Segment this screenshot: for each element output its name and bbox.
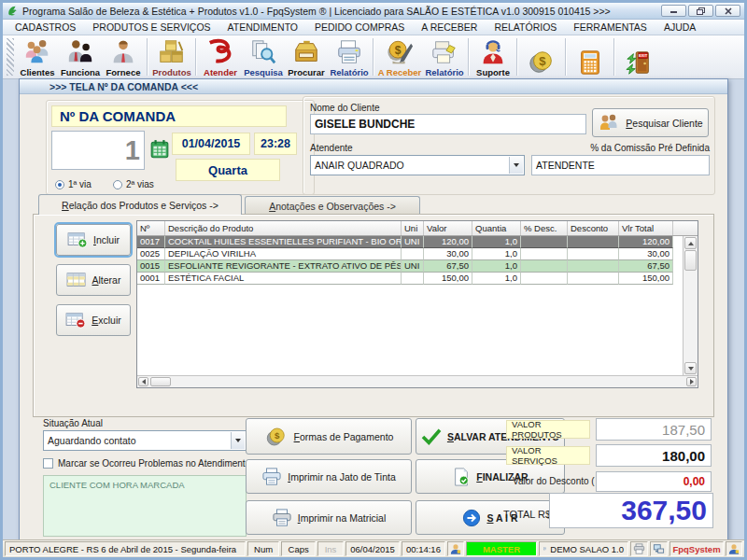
- toolbar-caixa-button[interactable]: $: [520, 35, 563, 78]
- toolbar-pesquisa-button[interactable]: Pesquisa: [242, 35, 285, 78]
- cell-total: 30,00: [619, 248, 673, 260]
- menu-item[interactable]: CADASTROS: [7, 21, 84, 33]
- close-button[interactable]: [715, 5, 740, 17]
- toolbar-areceber-button[interactable]: $ A Receber: [376, 35, 423, 78]
- cell-desc-pct: [521, 248, 568, 260]
- cell-desc-pct: [521, 260, 568, 273]
- alterar-button[interactable]: Alterar: [56, 264, 131, 296]
- cell-valor: 30,00: [424, 248, 472, 260]
- table-row[interactable]: 0001 ESTÉTICA FACIAL 150,00 1,0 150,00: [137, 273, 698, 285]
- situation-label: Situação Atual: [43, 418, 103, 428]
- notes-memo[interactable]: CLIENTE COM HORA MARCADA: [43, 475, 247, 537]
- menu-item[interactable]: FERRAMENTAS: [565, 21, 655, 33]
- comanda-number-field[interactable]: 1: [51, 131, 145, 170]
- minimize-button[interactable]: [661, 5, 686, 17]
- scroll-thumb[interactable]: [150, 377, 171, 386]
- services-total-label: VALOR SERVIÇOS: [506, 446, 590, 465]
- printer-icon: [630, 541, 648, 556]
- column-header[interactable]: Nº: [137, 221, 165, 235]
- toolbar-relatorio-button[interactable]: Relatório: [328, 35, 371, 78]
- column-header[interactable]: % Desc.: [521, 221, 568, 235]
- restore-button[interactable]: [688, 5, 713, 17]
- check-icon: [421, 428, 442, 445]
- print-matrix-button[interactable]: Imprimir na Matricial: [246, 500, 412, 535]
- menu-item[interactable]: ATENDIMENTO: [219, 21, 306, 33]
- toolbar-calculadora-button[interactable]: [569, 35, 612, 78]
- table-body: 0017 COCKTAIL HUILES ESSENTIELLES PURIFI…: [137, 236, 698, 285]
- cell-quantia: 1,0: [472, 236, 521, 248]
- menu-item[interactable]: AJUDA: [655, 21, 704, 33]
- cell-desc-pct: [521, 273, 568, 285]
- status-caps: Caps: [281, 541, 315, 556]
- column-header[interactable]: Desconto: [568, 221, 619, 235]
- scroll-right-icon[interactable]: [686, 377, 697, 386]
- problem-checkbox[interactable]: Marcar se Ocorreu Problemas no Atendimen…: [43, 458, 250, 469]
- toolbar-funcionarios-button[interactable]: Funciona: [59, 35, 102, 78]
- cell-uni: [402, 248, 424, 260]
- toolbar-suporte-button[interactable]: Suporte: [472, 35, 514, 78]
- via2-radio[interactable]: 2ª vias: [113, 179, 154, 189]
- products-total-label: VALOR PRODUTOS: [506, 420, 590, 439]
- cell-desc: ESFOLIANTE REVIGORANTE - EXTRATO ATIVO D…: [165, 260, 402, 273]
- via1-radio[interactable]: 1ª via: [55, 179, 92, 189]
- coin-icon: $: [527, 48, 557, 77]
- comanda-window-titlebar: >>> TELA Nº DA COMANDA <<<: [20, 79, 727, 94]
- menu-item[interactable]: PRODUTOS E SERVIÇOS: [84, 21, 218, 33]
- column-header[interactable]: Quantia: [472, 221, 521, 235]
- receivables-icon: $: [385, 37, 415, 67]
- toolbar-fornecedores-button[interactable]: Fornece: [102, 35, 145, 78]
- menu-item[interactable]: PEDIDO COMPRAS: [306, 21, 413, 33]
- cell-desconto: [568, 248, 619, 260]
- toolbar-procurar-button[interactable]: Procurar: [285, 35, 328, 78]
- calendar-icon[interactable]: [149, 139, 170, 163]
- cell-num: 0017: [137, 236, 165, 248]
- incluir-button[interactable]: Incluir: [56, 224, 131, 256]
- search-client-button[interactable]: Pesquisar Cliente: [592, 108, 709, 137]
- client-name-input[interactable]: GISELE BUNDCHE: [310, 114, 586, 134]
- status-brand: FpqSystem: [669, 541, 724, 556]
- toolbar-atender-button[interactable]: Atender: [199, 35, 242, 78]
- arrow-circle-icon: [462, 509, 481, 527]
- tab-anotacoes[interactable]: Anotações e Observações ->: [245, 196, 420, 215]
- table-row[interactable]: 0015 ESFOLIANTE REVIGORANTE - EXTRATO AT…: [137, 260, 698, 273]
- cell-total: 120,00: [619, 236, 673, 248]
- print-inkjet-button[interactable]: Imprimir na Jato de Tinta: [246, 459, 412, 494]
- excluir-button[interactable]: Excluir: [56, 304, 131, 336]
- column-header[interactable]: Descrição do Produto: [165, 221, 402, 235]
- table-row[interactable]: 0017 COCKTAIL HUILES ESSENTIELLES PURIFI…: [137, 236, 698, 248]
- horizontal-scrollbar[interactable]: [137, 375, 698, 387]
- cell-num: 0001: [137, 273, 165, 285]
- toolbar-separator: [613, 38, 615, 76]
- scroll-down-icon[interactable]: [684, 362, 697, 374]
- radio-icon: [55, 180, 64, 189]
- cell-num: 0015: [137, 260, 165, 273]
- column-header[interactable]: Vlr Total: [619, 221, 673, 235]
- status-num: Num: [247, 541, 280, 556]
- table-row[interactable]: 0025 DEPILAÇÃO VIRILHA 30,00 1,0 30,00: [137, 248, 698, 260]
- cell-desconto: [568, 273, 619, 285]
- payment-button[interactable]: $ Formas de Pagamento: [246, 418, 412, 455]
- toolbar: Clientes Funciona Fornece Produtos Atend…: [3, 35, 744, 79]
- vertical-scrollbar[interactable]: [683, 236, 698, 375]
- column-header[interactable]: Valor: [424, 221, 472, 235]
- toolbar-produtos-button[interactable]: Produtos: [150, 35, 193, 78]
- cell-desconto: [568, 260, 619, 273]
- toolbar-clientes-button[interactable]: Clientes: [16, 35, 59, 78]
- scroll-up-icon[interactable]: [684, 237, 697, 249]
- discount-value: 0,00: [596, 471, 712, 492]
- scroll-left-icon[interactable]: [138, 377, 148, 386]
- comanda-date: 01/04/2015: [172, 133, 250, 155]
- toolbar-sair-button[interactable]: EXIT: [617, 35, 660, 78]
- menu-item[interactable]: RELATÓRIOS: [486, 21, 565, 33]
- scroll-thumb[interactable]: [684, 250, 697, 271]
- svg-text:$: $: [395, 44, 402, 57]
- printer-icon: [272, 509, 292, 527]
- attendant-select[interactable]: ANAIR QUADRADO: [310, 155, 525, 175]
- tab-produtos-servicos[interactable]: Relação dos Produtos e Serviços ->: [38, 194, 242, 215]
- column-header[interactable]: Uni: [402, 221, 424, 235]
- toolbar-relatorio2-button[interactable]: Relatório: [423, 35, 466, 78]
- menu-item[interactable]: A RECEBER: [413, 21, 486, 33]
- search-icon: [248, 37, 278, 67]
- situation-select[interactable]: Aguardando contato: [43, 430, 247, 451]
- commission-input[interactable]: ATENDENTE: [531, 155, 710, 175]
